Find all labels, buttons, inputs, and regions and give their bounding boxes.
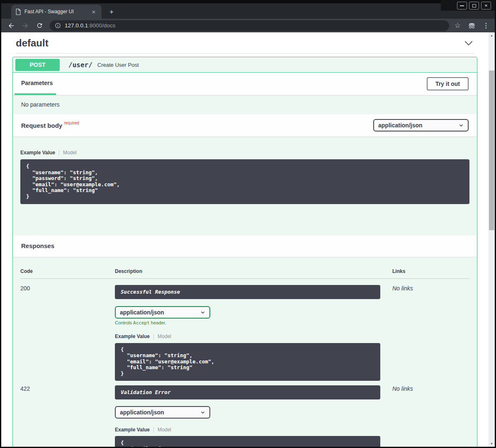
scrollbar-thumb[interactable]: [489, 71, 494, 230]
tag-group-title: default: [16, 37, 49, 49]
operation-description: Create User Post: [97, 62, 139, 68]
example-model-tabs: Example Value Model: [115, 427, 380, 433]
url-text: 127.0.0.1:8000/docs: [65, 22, 115, 29]
scrollbar-down-icon[interactable]: ▼: [489, 441, 495, 447]
method-badge: POST: [15, 59, 60, 71]
parameters-title: Parameters: [21, 80, 53, 86]
forward-icon: [22, 22, 29, 29]
page-viewport: default POST /user/ Create User Post Par…: [1, 32, 489, 447]
request-body-example-section: Example Value Model { "username": "strin…: [13, 136, 477, 235]
required-flag: required: [64, 121, 79, 125]
request-media-type-value: application/json: [378, 122, 423, 129]
column-header-code: Code: [20, 268, 115, 274]
parameters-header: Parameters Try it out: [13, 73, 477, 95]
tab-divider: [59, 150, 59, 156]
responses-title: Responses: [21, 242, 54, 249]
chevron-down-icon: [200, 410, 205, 415]
minimize-button[interactable]: [457, 2, 467, 10]
reload-button[interactable]: [34, 20, 45, 31]
response-description-text: Validation Error: [121, 389, 170, 395]
response-media-type-select[interactable]: application/json: [115, 306, 210, 319]
example-model-tabs: Example Value Model: [20, 150, 469, 156]
responses-table: Code Description Links 200 Successful Re…: [13, 257, 477, 447]
response-example-json: { "detail": [: [115, 436, 380, 447]
incognito-icon: [467, 21, 476, 30]
operation-summary[interactable]: POST /user/ Create User Post: [13, 57, 477, 73]
response-links: No links: [392, 385, 469, 392]
tab-divider: [153, 334, 154, 339]
response-row-200: 200 Successful Response application/json: [20, 279, 469, 381]
accept-note-prefix: Controls: [115, 320, 133, 325]
minimize-icon: [460, 5, 464, 6]
response-row-422: 422 Validation Error application/json: [20, 381, 469, 447]
new-tab-button[interactable]: +: [107, 7, 117, 17]
response-example-json: { "username": "string", "email": "user@e…: [115, 343, 380, 381]
browser-toolbar: 127.0.0.1:8000/docs ☆ ⋮: [1, 19, 495, 32]
response-media-type-select[interactable]: application/json: [115, 406, 210, 419]
column-header-links: Links: [392, 268, 469, 274]
window-controls: ✕: [457, 2, 491, 10]
page-scrollbar[interactable]: ▲ ▼: [489, 32, 495, 447]
accept-header-note: Controls Accept header.: [115, 320, 380, 326]
operation-path: /user/: [68, 61, 92, 69]
tab-title: Fast API - Swagger UI: [24, 9, 90, 15]
response-media-type-wrap: application/json Controls Accept header.: [115, 306, 380, 326]
site-info-icon[interactable]: [55, 22, 61, 29]
response-media-type-value: application/json: [120, 309, 164, 316]
response-description-text: Successful Response: [121, 289, 180, 295]
url-path: :8000/docs: [88, 22, 115, 29]
tag-group-header[interactable]: default: [16, 37, 474, 54]
try-it-out-button[interactable]: Try it out: [427, 77, 469, 90]
browser-tab[interactable]: Fast API - Swagger UI ×: [11, 5, 102, 19]
response-description-cell: Validation Error application/json E: [115, 385, 380, 447]
back-button[interactable]: [6, 20, 17, 31]
tab-divider: [153, 427, 154, 433]
responses-header: Responses: [13, 235, 477, 257]
spacer: [20, 204, 469, 235]
collapse-chevron-icon[interactable]: [463, 38, 474, 49]
request-example-json: { "username": "string", "password": "str…: [20, 159, 469, 204]
opblock-post-user: POST /user/ Create User Post Parameters …: [12, 57, 477, 447]
tab-example-value[interactable]: Example Value: [20, 150, 55, 156]
url-host: 127.0.0.1: [65, 22, 88, 29]
page-favicon-icon: [15, 9, 21, 15]
response-code: 422: [20, 385, 115, 392]
response-media-type-wrap: application/json: [115, 406, 380, 419]
request-body-header: Request body required application/json: [13, 114, 477, 136]
tab-close-icon[interactable]: ×: [90, 8, 97, 15]
example-model-tabs: Example Value Model: [115, 334, 380, 339]
no-parameters-message: No parameters: [13, 95, 477, 114]
bookmark-star-icon[interactable]: ☆: [455, 21, 461, 30]
forward-button[interactable]: [20, 20, 31, 31]
response-media-type-value: application/json: [120, 409, 164, 416]
response-description-bar: Successful Response: [115, 285, 380, 299]
column-header-description: Description: [115, 268, 380, 274]
scrollbar-up-icon[interactable]: ▲: [489, 32, 495, 39]
maximize-button[interactable]: [469, 2, 479, 10]
request-body-title: Request body: [21, 122, 62, 129]
swagger-content: default POST /user/ Create User Post Par…: [1, 32, 489, 447]
close-button[interactable]: ✕: [481, 2, 491, 10]
tab-example-value[interactable]: Example Value: [115, 334, 150, 339]
tab-model[interactable]: Model: [63, 150, 77, 156]
parameters-tab: Parameters: [15, 73, 56, 95]
tab-model[interactable]: Model: [158, 334, 171, 339]
response-links: No links: [392, 285, 469, 292]
maximize-icon: [472, 4, 476, 7]
toolbar-right: ☆ ⋮: [455, 21, 490, 30]
tab-bar: Fast API - Swagger UI × +: [1, 3, 495, 19]
chevron-down-icon: [459, 123, 464, 128]
chevron-down-icon: [200, 310, 205, 315]
accept-note-suffix: header.: [150, 320, 166, 325]
reload-icon: [36, 22, 43, 29]
browser-menu-icon[interactable]: ⋮: [483, 22, 490, 29]
tab-model[interactable]: Model: [158, 427, 171, 433]
response-description-bar: Validation Error: [115, 385, 380, 399]
request-media-type-select[interactable]: application/json: [373, 119, 469, 131]
response-code: 200: [20, 285, 115, 292]
accept-note-code: Accept: [133, 320, 150, 326]
response-description-cell: Successful Response application/json Con…: [115, 285, 380, 381]
address-bar[interactable]: 127.0.0.1:8000/docs: [50, 20, 449, 31]
responses-table-header: Code Description Links: [20, 257, 469, 279]
tab-example-value[interactable]: Example Value: [115, 427, 150, 433]
